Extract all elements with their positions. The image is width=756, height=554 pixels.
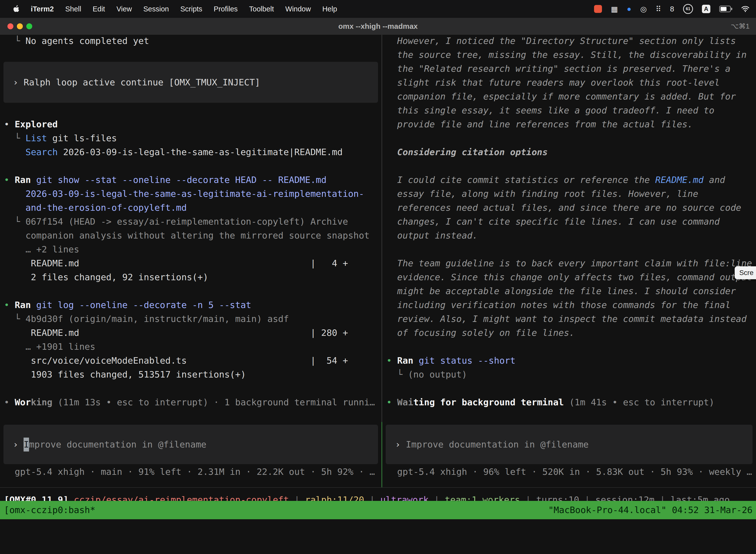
terminal-line: gpt-5.4 xhigh · 96% left · 520K in · 5.8… bbox=[386, 465, 756, 479]
menu-item-iterm2[interactable]: iTerm2 bbox=[31, 5, 54, 13]
terminal-line: • Ran git status --short bbox=[386, 354, 756, 368]
text-segment: the "Related research writing" section i… bbox=[386, 63, 731, 74]
text-segment: › bbox=[13, 438, 23, 451]
text-segment: including verification notes with those … bbox=[386, 300, 731, 310]
text-segment: changes, I can't cite specific file line… bbox=[386, 216, 720, 227]
text-segment: The team guideline is to back every impo… bbox=[386, 258, 752, 268]
text-segment: gpt-5.4 xhigh · main · 91% left · 2.31M … bbox=[4, 466, 375, 477]
menu-item-window[interactable]: Window bbox=[285, 5, 311, 13]
text-segment: … +1901 lines bbox=[4, 341, 95, 352]
menu-item-profiles[interactable]: Profiles bbox=[214, 5, 238, 13]
prompt-input[interactable]: › Improve documentation in @filename bbox=[3, 425, 378, 464]
text-segment: Ralph loop active continue [OMX_TMUX_INJ… bbox=[23, 75, 260, 89]
text-segment: Wor bbox=[15, 397, 31, 407]
text-segment: 2 files changed, 92 insertions(+) bbox=[4, 272, 208, 282]
terminal-line: including verification notes with those … bbox=[386, 298, 756, 312]
terminal-line: • Ran git show --stat --oneline --decora… bbox=[4, 173, 379, 187]
right-terminal-pane: However, I noticed the "Directory Struct… bbox=[382, 35, 756, 487]
screen-recording-icon[interactable] bbox=[594, 5, 602, 13]
text-segment: provide file and line references from th… bbox=[386, 119, 693, 129]
pane-divider[interactable] bbox=[381, 35, 382, 487]
menu-item-help[interactable]: Help bbox=[322, 5, 337, 13]
prompt-input[interactable]: › Improve documentation in @filename bbox=[386, 425, 753, 464]
app-8-icon[interactable]: 8 bbox=[670, 5, 674, 13]
menu-item-edit[interactable]: Edit bbox=[92, 5, 105, 13]
terminal-line: • Explored bbox=[4, 117, 379, 131]
text-segment: • bbox=[4, 119, 15, 129]
menu-item-view[interactable]: View bbox=[116, 5, 132, 13]
terminal-line: README.md | 280 + bbox=[4, 326, 379, 340]
text-segment: review. Also, I might want to inspect th… bbox=[386, 314, 747, 324]
text-segment: king bbox=[31, 397, 52, 407]
tmux-host-clock: "MacBook-Pro-44.local" 04:52 31-Mar-26 bbox=[548, 501, 753, 519]
text-segment bbox=[31, 300, 36, 310]
terminal-line: … +1901 lines bbox=[4, 340, 379, 354]
text-segment bbox=[4, 147, 25, 157]
menu-item-scripts[interactable]: Scripts bbox=[180, 5, 202, 13]
battery-percent-icon[interactable]: 61 bbox=[683, 4, 693, 14]
text-segment: └ (no output) bbox=[386, 369, 467, 380]
text-segment bbox=[31, 175, 36, 185]
text-segment: Explored bbox=[15, 119, 58, 129]
menu-item-session[interactable]: Session bbox=[143, 5, 169, 13]
terminal-line: companion file, especially if more comme… bbox=[386, 90, 756, 104]
terminal-line: The team guideline is to back every impo… bbox=[386, 257, 756, 270]
text-segment: • bbox=[4, 397, 15, 407]
wifi-icon[interactable] bbox=[741, 6, 750, 12]
text-segment: references need actual files, and since … bbox=[386, 203, 741, 213]
terminal-line: references need actual files, and since … bbox=[386, 201, 756, 215]
grid-icon[interactable]: ▦ bbox=[611, 5, 618, 13]
apple-icon[interactable] bbox=[13, 5, 19, 13]
screen-edge-tooltip[interactable]: Scre bbox=[735, 266, 756, 279]
text-segment: might be acceptable alongside the file l… bbox=[386, 286, 736, 296]
text-segment: … +2 lines bbox=[4, 244, 79, 255]
terminal-line: slight risk that future readers may over… bbox=[386, 76, 756, 90]
text-segment: git ls-files bbox=[47, 133, 117, 143]
dots-grid-icon[interactable]: ⠿ bbox=[655, 5, 661, 13]
menu-bar-left: iTerm2ShellEditViewSessionScriptsProfile… bbox=[0, 5, 337, 13]
text-segment: 2026-03-09-is-legal-the-same-as-legitima… bbox=[58, 147, 343, 157]
blue-app-icon[interactable]: ● bbox=[627, 5, 631, 13]
tmux-status-bar: [omx-cczip0:bash* "MacBook-Pro-44.local"… bbox=[0, 501, 756, 519]
terminal-line: • Working (11m 13s • esc to interrupt) ·… bbox=[4, 395, 379, 409]
terminal-line: of focusing solely on file lines. bbox=[386, 326, 756, 340]
terminal-line: └ (no output) bbox=[386, 368, 756, 382]
menu-item-toolbelt[interactable]: Toolbelt bbox=[249, 5, 274, 13]
text-segment: Ran bbox=[15, 300, 31, 310]
input-source-icon[interactable]: A bbox=[702, 5, 710, 13]
text-segment: slight risk that future readers may over… bbox=[386, 77, 720, 88]
text-segment: (1m 41s • esc to interrupt) bbox=[564, 397, 714, 407]
text-segment bbox=[413, 355, 419, 366]
terminal-line: gpt-5.4 xhigh · main · 91% left · 2.31M … bbox=[4, 465, 379, 479]
terminal-line: 1903 files changed, 513517 insertions(+) bbox=[4, 368, 379, 382]
text-segment: • bbox=[4, 175, 15, 185]
text-segment: • bbox=[386, 355, 397, 366]
ralph-loop-banner: › Ralph loop active continue [OMX_TMUX_I… bbox=[3, 62, 378, 103]
terminal-line: and-the-erosion-of-copyleft.md bbox=[4, 201, 379, 215]
terminal-line: Search 2026-03-09-is-legal-the-same-as-l… bbox=[4, 145, 379, 159]
terminal-line: the source tree, missing the essay. Stil… bbox=[386, 48, 756, 62]
terminal-line: this single essay, it seems like a good … bbox=[386, 104, 756, 117]
text-segment: git log --oneline --decorate -n 5 --stat bbox=[36, 300, 251, 310]
text-segment: I bbox=[23, 438, 29, 451]
terminal-line: essay file, along with finding root file… bbox=[386, 187, 756, 201]
text-segment: I could cite commit statistics or refere… bbox=[386, 175, 655, 185]
battery-icon[interactable] bbox=[719, 6, 732, 12]
text-segment: Ran bbox=[15, 175, 31, 185]
text-segment: README.md bbox=[655, 175, 704, 185]
text-segment: and-the-erosion-of-copyleft.md bbox=[4, 203, 187, 213]
target-icon[interactable]: ◎ bbox=[640, 5, 647, 13]
text-segment: › bbox=[13, 75, 23, 89]
text-segment: • bbox=[4, 300, 15, 310]
menu-item-shell[interactable]: Shell bbox=[65, 5, 81, 13]
text-segment: this single essay, it seems like a good … bbox=[386, 105, 714, 115]
text-segment: companion file, especially if more comme… bbox=[386, 91, 736, 102]
text-segment: • bbox=[386, 397, 397, 407]
pane-divider-active-segment bbox=[381, 422, 382, 487]
text-segment: output instead. bbox=[386, 230, 478, 240]
text-segment: › bbox=[395, 438, 406, 451]
terminal-line: might be acceptable alongside the file l… bbox=[386, 284, 756, 298]
terminal-line: 2026-03-09-is-legal-the-same-as-legitima… bbox=[4, 187, 379, 201]
text-segment: ting for background terminal bbox=[413, 397, 564, 407]
text-segment: the source tree, missing the essay. Stil… bbox=[386, 50, 747, 60]
